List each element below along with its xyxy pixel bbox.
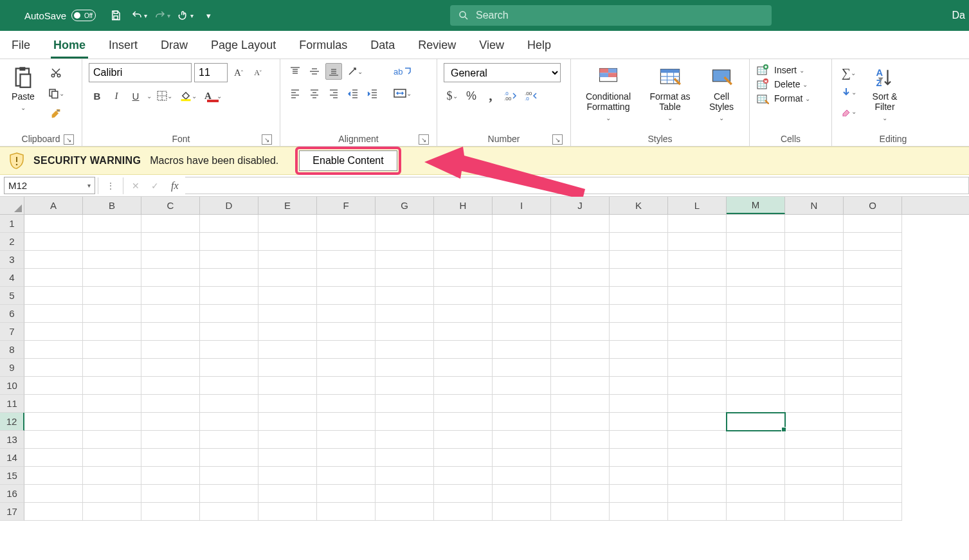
- cell[interactable]: [844, 341, 902, 359]
- row-header[interactable]: 13: [0, 431, 24, 449]
- cell[interactable]: [317, 287, 376, 305]
- cell[interactable]: [844, 467, 902, 485]
- cell[interactable]: [668, 449, 727, 467]
- cell[interactable]: [141, 485, 200, 503]
- column-header[interactable]: B: [83, 197, 141, 214]
- cell[interactable]: [610, 503, 668, 521]
- cell[interactable]: [551, 413, 610, 431]
- enable-content-button[interactable]: Enable Content: [299, 150, 397, 171]
- cell[interactable]: [493, 503, 551, 521]
- comma-button[interactable]: ,: [482, 87, 499, 104]
- cell[interactable]: [317, 431, 376, 449]
- cell[interactable]: [551, 359, 610, 377]
- column-header[interactable]: C: [141, 197, 200, 214]
- cell[interactable]: [493, 395, 551, 413]
- cell[interactable]: [668, 341, 727, 359]
- cell[interactable]: [785, 503, 844, 521]
- cell[interactable]: [24, 467, 83, 485]
- cell[interactable]: [493, 449, 551, 467]
- cell[interactable]: [258, 287, 317, 305]
- cell[interactable]: [24, 377, 83, 395]
- cell[interactable]: [317, 323, 376, 341]
- column-header[interactable]: N: [785, 197, 844, 214]
- cell[interactable]: [727, 287, 785, 305]
- decrease-indent-button[interactable]: [345, 85, 361, 102]
- cell[interactable]: [83, 341, 141, 359]
- cell[interactable]: [376, 215, 434, 233]
- format-painter-button[interactable]: [45, 105, 67, 122]
- cell[interactable]: [376, 287, 434, 305]
- cell[interactable]: [24, 503, 83, 521]
- cell[interactable]: [434, 269, 493, 287]
- cell[interactable]: [317, 395, 376, 413]
- cell[interactable]: [844, 287, 902, 305]
- cell[interactable]: [258, 413, 317, 431]
- cell[interactable]: [24, 269, 83, 287]
- cell[interactable]: [844, 503, 902, 521]
- cell[interactable]: [141, 503, 200, 521]
- column-header[interactable]: E: [258, 197, 317, 214]
- cell[interactable]: [551, 287, 610, 305]
- cell[interactable]: [785, 233, 844, 251]
- column-header[interactable]: D: [200, 197, 258, 214]
- cell[interactable]: [610, 305, 668, 323]
- cell[interactable]: [317, 449, 376, 467]
- search-input[interactable]: Search: [450, 5, 772, 26]
- paste-button[interactable]: Paste ⌄: [6, 63, 40, 114]
- cell[interactable]: [727, 485, 785, 503]
- cell[interactable]: [200, 485, 258, 503]
- cell[interactable]: [785, 251, 844, 269]
- cell[interactable]: [610, 467, 668, 485]
- cell[interactable]: [258, 305, 317, 323]
- cell[interactable]: [200, 269, 258, 287]
- cell[interactable]: [141, 395, 200, 413]
- column-header[interactable]: J: [551, 197, 610, 214]
- cell[interactable]: [493, 359, 551, 377]
- cell[interactable]: [83, 377, 141, 395]
- cell[interactable]: [551, 269, 610, 287]
- cell[interactable]: [200, 233, 258, 251]
- cell[interactable]: [668, 377, 727, 395]
- cell[interactable]: [551, 485, 610, 503]
- cell[interactable]: [434, 323, 493, 341]
- cell[interactable]: [317, 503, 376, 521]
- cell[interactable]: [83, 503, 141, 521]
- cell[interactable]: [376, 377, 434, 395]
- tab-home[interactable]: Home: [51, 33, 88, 59]
- cell[interactable]: [551, 233, 610, 251]
- cell[interactable]: [24, 341, 83, 359]
- cell[interactable]: [493, 323, 551, 341]
- cell[interactable]: [493, 485, 551, 503]
- cell[interactable]: [844, 449, 902, 467]
- cell[interactable]: [434, 305, 493, 323]
- cell[interactable]: [258, 377, 317, 395]
- cell[interactable]: [844, 305, 902, 323]
- cell[interactable]: [83, 215, 141, 233]
- cell[interactable]: [317, 269, 376, 287]
- cell[interactable]: [141, 431, 200, 449]
- cell[interactable]: [844, 359, 902, 377]
- row-header[interactable]: 7: [0, 323, 24, 341]
- cell[interactable]: [83, 359, 141, 377]
- cell[interactable]: [376, 413, 434, 431]
- cell[interactable]: [610, 287, 668, 305]
- cell[interactable]: [844, 269, 902, 287]
- font-name-input[interactable]: [89, 63, 192, 82]
- toggle-off-icon[interactable]: Off: [71, 10, 96, 21]
- cell[interactable]: [551, 251, 610, 269]
- cell[interactable]: [141, 287, 200, 305]
- cell[interactable]: [727, 251, 785, 269]
- enter-formula-button[interactable]: ✓: [145, 177, 165, 195]
- cell[interactable]: [668, 287, 727, 305]
- cell[interactable]: [434, 341, 493, 359]
- cell[interactable]: [668, 485, 727, 503]
- cell[interactable]: [434, 485, 493, 503]
- cell[interactable]: [141, 305, 200, 323]
- cell[interactable]: [551, 503, 610, 521]
- cell[interactable]: [24, 431, 83, 449]
- cell[interactable]: [83, 305, 141, 323]
- cell[interactable]: [668, 269, 727, 287]
- cell[interactable]: [258, 233, 317, 251]
- bold-button[interactable]: B: [89, 87, 105, 104]
- qat-customize-button[interactable]: ▾: [199, 6, 218, 25]
